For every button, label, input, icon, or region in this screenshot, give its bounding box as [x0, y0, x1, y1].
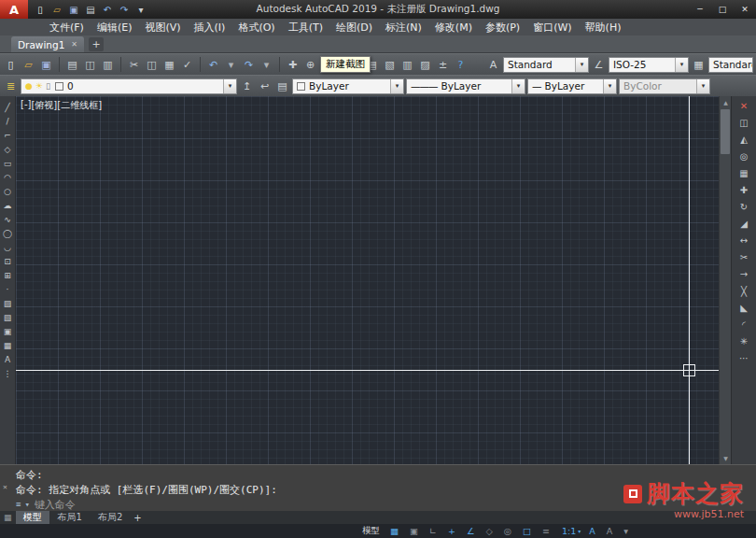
chevron-down-icon[interactable]: ▾ [603, 79, 616, 93]
make-layer-current-icon[interactable]: ↥ [239, 78, 255, 94]
vertical-scrollbar[interactable]: ▲ ▼ [719, 96, 731, 464]
spline-icon[interactable]: ∿ [2, 213, 14, 225]
snap-mode-icon[interactable]: ▣ [406, 524, 425, 538]
color-combo[interactable]: ByLayer ▾ [292, 78, 404, 94]
close-button[interactable]: ✕ [734, 0, 756, 19]
erase-icon[interactable]: ✕ [737, 99, 751, 113]
dynamic-input-icon[interactable]: + [444, 524, 462, 538]
view-controls[interactable]: [俯视] [31, 99, 57, 112]
chevron-down-icon[interactable]: ▾ [511, 79, 525, 93]
array-icon[interactable]: ▦ [737, 166, 751, 180]
workspace-menu-icon[interactable]: ▾ [620, 524, 635, 538]
new-tab-button[interactable]: + [89, 37, 104, 51]
drawing-canvas[interactable]: [-][俯视][二维线框] [16, 96, 719, 464]
copy-icon[interactable]: ◫ [737, 116, 751, 130]
isometric-drafting-icon[interactable]: ◇ [482, 524, 498, 538]
annotation-visibility-icon[interactable]: A [585, 524, 602, 538]
polyline-icon[interactable]: ⌐ [2, 129, 14, 141]
polygon-icon[interactable]: ◇ [2, 143, 14, 155]
join-icon[interactable]: ⋯ [737, 351, 751, 365]
plot-icon[interactable]: ▤ [84, 5, 97, 15]
infer-constraints-icon[interactable]: ∟ [426, 524, 443, 538]
menu-item[interactable]: 工具(T) [282, 19, 329, 35]
undo-icon[interactable]: ↶ [101, 5, 114, 15]
break-icon[interactable]: ╳ [737, 284, 751, 298]
menu-item[interactable]: 视图(V) [138, 19, 187, 35]
create-block-icon[interactable]: ⊞ [2, 269, 14, 281]
command-input[interactable]: 键入命令 [35, 498, 76, 512]
menu-item[interactable]: 窗口(W) [526, 19, 578, 35]
recent-commands-icon[interactable]: ▾ [24, 500, 29, 509]
menu-item[interactable]: 插入(I) [188, 19, 232, 35]
annotation-scale[interactable]: 1:1 ▾ [557, 524, 584, 538]
table-style-icon[interactable]: ▦ [691, 57, 707, 73]
construction-line-icon[interactable]: / [2, 115, 14, 127]
tab-close-icon[interactable]: ✕ [71, 40, 77, 49]
menu-item[interactable]: 绘图(D) [329, 19, 379, 35]
quickcalc-icon[interactable]: ± [435, 57, 451, 73]
table-style-combo[interactable]: Standard [708, 57, 753, 73]
object-snap-tracking-icon[interactable]: ◎ [500, 524, 518, 538]
line-icon[interactable]: ╱ [2, 101, 14, 113]
publish-icon[interactable]: ▥ [100, 57, 116, 73]
viewport-controls-menu[interactable]: [-] [21, 99, 31, 112]
model-space-toggle[interactable]: 模型 [357, 524, 385, 538]
open-icon[interactable]: ▱ [50, 5, 63, 15]
paste-icon[interactable]: ▦ [161, 57, 177, 73]
app-logo-icon[interactable]: A [0, 0, 28, 19]
toolbar-icon[interactable] [200, 57, 201, 72]
chevron-down-icon[interactable]: ▾ [390, 79, 403, 93]
trim-icon[interactable]: ✂ [737, 250, 751, 264]
designcenter-icon[interactable]: ▧ [382, 57, 398, 73]
table-icon[interactable]: ▦ [2, 339, 14, 351]
layer-combo[interactable]: ●☀▯ 0 ▾ [21, 78, 237, 94]
chevron-down-icon[interactable]: ▾ [223, 79, 236, 93]
undo-dropdown-icon[interactable]: ▾ [223, 57, 239, 73]
redo-dropdown-icon[interactable]: ▾ [259, 57, 274, 73]
qnew-icon[interactable]: ▯ [3, 57, 19, 73]
menu-item[interactable]: 格式(O) [231, 19, 281, 35]
stretch-icon[interactable]: ↔ [737, 234, 751, 248]
qnew-icon[interactable]: ▯ [34, 5, 47, 15]
dim-style-combo[interactable]: ISO-25 ▾ [609, 57, 689, 73]
linetype-combo[interactable]: ——— ByLayer ▾ [406, 78, 525, 94]
move-icon[interactable]: ✚ [737, 183, 751, 197]
redo-icon[interactable]: ↷ [118, 5, 131, 15]
extend-icon[interactable]: → [737, 267, 751, 281]
layer-previous-icon[interactable]: ↩ [257, 78, 273, 94]
multiline-text-icon[interactable]: A [2, 353, 14, 365]
more-tools-icon[interactable]: ⋮ [2, 367, 14, 379]
polar-tracking-icon[interactable]: ∠ [463, 524, 482, 538]
menu-item[interactable]: 标注(N) [379, 19, 428, 35]
menu-item[interactable]: 文件(F) [43, 19, 91, 35]
file-tab[interactable]: Drawing1 ✕ [11, 36, 84, 52]
copy-clip-icon[interactable]: ◫ [144, 57, 160, 73]
qat-menu-icon[interactable]: ▾ [134, 5, 147, 15]
menu-item[interactable]: 编辑(E) [91, 19, 139, 35]
layout-tab[interactable]: 布局2 [91, 511, 130, 524]
plot-icon[interactable]: ▤ [64, 57, 80, 73]
chevron-down-icon[interactable]: ▾ [696, 79, 709, 93]
toolbar-icon[interactable] [279, 57, 280, 72]
menu-item[interactable]: 参数(P) [479, 19, 526, 35]
zoom-realtime-icon[interactable]: ⊕ [302, 57, 318, 73]
region-icon[interactable]: ▣ [2, 325, 14, 337]
hatch-icon[interactable]: ▨ [2, 297, 14, 309]
save-icon[interactable]: ▣ [67, 5, 80, 15]
plot-preview-icon[interactable]: ◫ [82, 57, 98, 73]
redo-icon[interactable]: ↷ [241, 57, 257, 73]
rotate-icon[interactable]: ↻ [737, 200, 751, 214]
new-layout-button[interactable]: + [133, 513, 141, 523]
grid-display-icon[interactable]: ▦ [386, 524, 405, 538]
layer-properties-icon[interactable]: ≣ [3, 78, 19, 94]
lineweight-icon[interactable]: ≡ [539, 524, 556, 538]
scrollbar-thumb[interactable] [721, 109, 730, 154]
chevron-down-icon[interactable]: ▾ [575, 58, 588, 72]
chamfer-icon[interactable]: ◣ [737, 301, 751, 315]
sheet-set-manager-icon[interactable]: ▨ [417, 57, 433, 73]
visual-style-controls[interactable]: [二维线框] [57, 99, 102, 112]
menu-item[interactable]: 帮助(H) [579, 19, 628, 35]
insert-block-icon[interactable]: ⊡ [2, 255, 14, 267]
cut-icon[interactable]: ✂ [126, 57, 142, 73]
tool-palettes-icon[interactable]: ▥ [399, 57, 415, 73]
